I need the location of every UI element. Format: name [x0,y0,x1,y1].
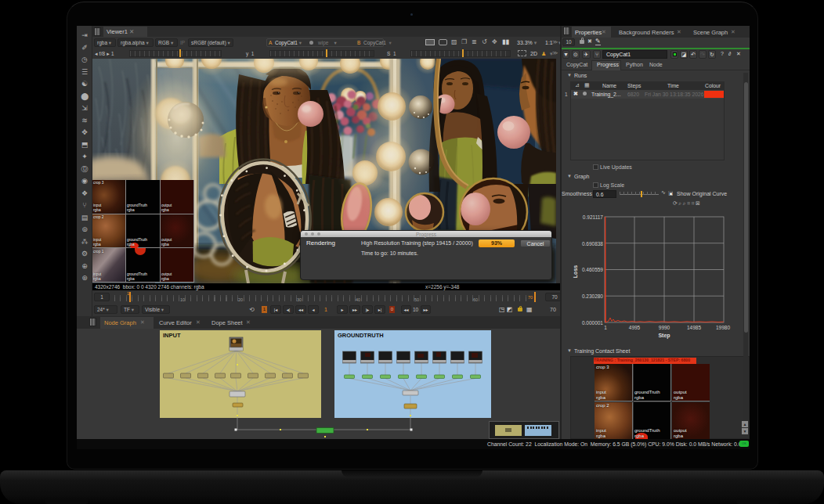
svg-text:19980: 19980 [716,325,730,330]
svg-text:0.460559: 0.460559 [582,267,603,272]
svg-text:Loss: Loss [573,265,578,278]
svg-text:0.230280: 0.230280 [582,293,603,299]
svg-text:0.921117: 0.921117 [583,214,604,220]
svg-text:1: 1 [604,325,607,330]
svg-text:0.000001: 0.000001 [582,320,603,326]
svg-text:9990: 9990 [659,325,670,330]
svg-text:14985: 14985 [687,325,701,330]
svg-text:Step: Step [658,333,670,339]
svg-text:0.690838: 0.690838 [582,241,603,247]
svg-text:4995: 4995 [629,325,641,330]
